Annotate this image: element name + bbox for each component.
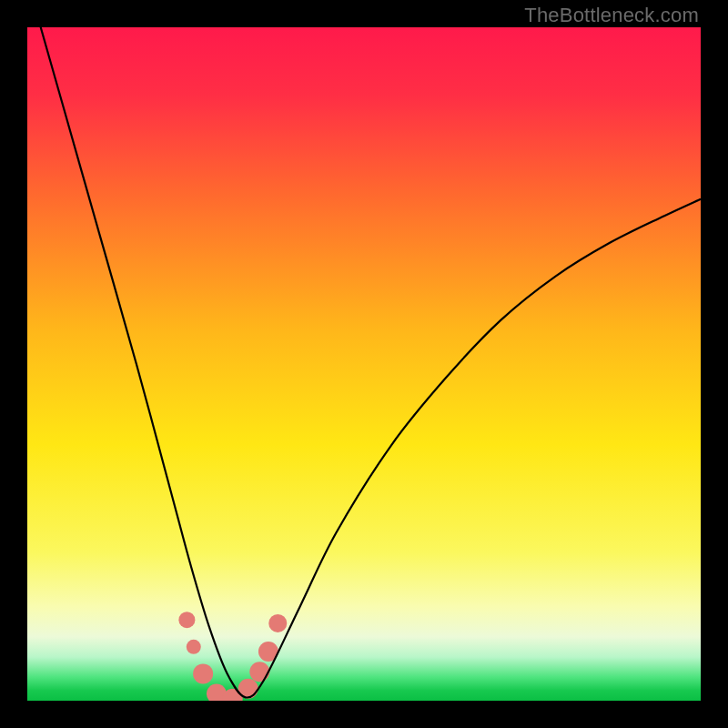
marker-dot xyxy=(178,612,195,628)
watermark-text: TheBottleneck.com xyxy=(524,4,699,27)
plot-area xyxy=(27,27,701,701)
curve-layer xyxy=(27,27,701,701)
marker-dot xyxy=(249,662,269,682)
marker-dot xyxy=(187,640,201,654)
bottleneck-curve xyxy=(27,27,701,698)
marker-dots xyxy=(178,612,287,701)
marker-dot xyxy=(193,663,213,683)
chart-frame: TheBottleneck.com xyxy=(0,0,728,728)
marker-dot xyxy=(268,614,287,632)
